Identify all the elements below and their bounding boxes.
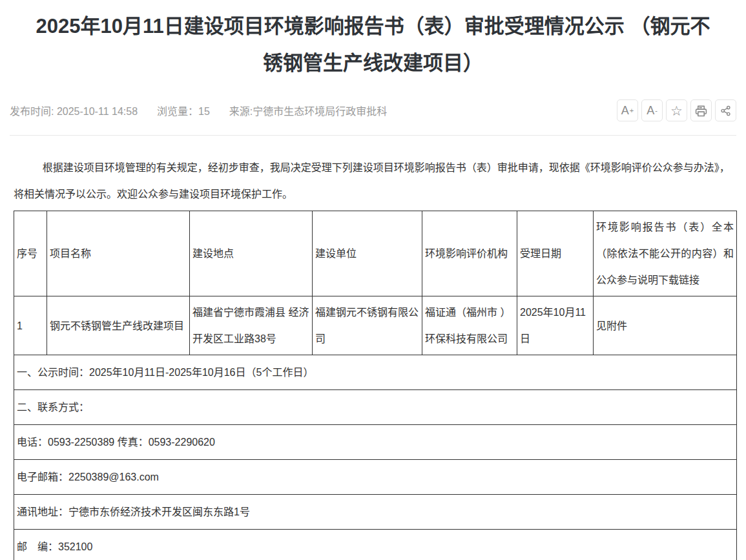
header-accept-date: 受理日期 bbox=[517, 211, 594, 296]
page-title: 2025年10月11日建设项目环境影响报告书（表）审批受理情况公示 （钢元不锈钢… bbox=[10, 0, 736, 81]
font-increase-button[interactable]: A+ bbox=[617, 99, 638, 121]
cell-attachment: 见附件 bbox=[594, 296, 737, 355]
publish-time: 发布时间: 2025-10-11 14:58 bbox=[10, 106, 138, 117]
header-project-name: 项目名称 bbox=[47, 211, 190, 296]
cell-seq: 1 bbox=[14, 296, 47, 355]
favorite-button[interactable]: ☆ bbox=[666, 99, 687, 121]
cell-eia-agency: 福证通（福州市 ）环保科技有限公司 bbox=[422, 296, 517, 355]
font-decrease-icon: A bbox=[647, 105, 654, 116]
print-button[interactable] bbox=[690, 99, 712, 121]
announcement-page: 2025年10月11日建设项目环境影响报告书（表）审批受理情况公示 （钢元不锈钢… bbox=[0, 0, 746, 560]
article-meta: 发布时间: 2025-10-11 14:58浏览量：15来源:宁德市生态环境局行… bbox=[10, 103, 406, 118]
header-download-link: 环境影响报告书（表）全本（除依法不能公开的内容）和公众参与说明下载链接 bbox=[594, 211, 737, 296]
source-label: 来源:宁德市生态环境局行政审批科 bbox=[229, 106, 387, 117]
view-count: 浏览量：15 bbox=[157, 106, 210, 117]
public-period-text: 一、公示时间：2025年10月11日-2025年10月16日（5个工作日） bbox=[14, 355, 737, 390]
address-text: 通讯地址：宁德市东侨经济技术开发区闽东东路1号 bbox=[14, 495, 737, 530]
star-icon: ☆ bbox=[670, 104, 683, 118]
printer-icon bbox=[695, 105, 707, 117]
share-button[interactable] bbox=[715, 99, 736, 121]
article-toolbar: A+ A- ☆ bbox=[617, 99, 736, 121]
phone-fax-text: 电话：0593-2250389 传真：0593-2290620 bbox=[14, 425, 737, 460]
cell-location: 福建省宁德市霞浦县 经济开发区工业路38号 bbox=[190, 296, 313, 355]
table-header-row: 序号 项目名称 建设地点 建设单位 环境影响评价机构 受理日期 环境影响报告书（… bbox=[14, 211, 737, 296]
font-decrease-button[interactable]: A- bbox=[641, 99, 663, 121]
cell-accept-date: 2025年10月11日 bbox=[517, 296, 594, 355]
header-location: 建设地点 bbox=[190, 211, 313, 296]
meta-row: 发布时间: 2025-10-11 14:58浏览量：15来源:宁德市生态环境局行… bbox=[10, 99, 736, 121]
header-seq: 序号 bbox=[14, 211, 47, 296]
share-icon bbox=[720, 105, 731, 116]
cell-builder: 福建钢元不锈钢有限公司 bbox=[313, 296, 422, 355]
acceptance-table: 序号 项目名称 建设地点 建设单位 环境影响评价机构 受理日期 环境影响报告书（… bbox=[14, 211, 737, 560]
email-text: 电子邮箱：2250389@163.com bbox=[14, 460, 737, 495]
cell-project-name: 钢元不锈钢管生产线改建项目 bbox=[47, 296, 190, 355]
note-row-phone-fax: 电话：0593-2250389 传真：0593-2290620 bbox=[14, 425, 737, 460]
contact-heading-text: 二、联系方式： bbox=[14, 390, 737, 425]
note-row-public-period: 一、公示时间：2025年10月11日-2025年10月16日（5个工作日） bbox=[14, 355, 737, 390]
font-increase-icon: A bbox=[621, 105, 629, 116]
note-row-postcode: 邮 编：352100 bbox=[14, 530, 737, 560]
table-row: 1 钢元不锈钢管生产线改建项目 福建省宁德市霞浦县 经济开发区工业路38号 福建… bbox=[14, 296, 737, 355]
note-row-contact-heading: 二、联系方式： bbox=[14, 390, 737, 425]
divider bbox=[10, 135, 736, 136]
note-row-email: 电子邮箱：2250389@163.com bbox=[14, 460, 737, 495]
header-builder: 建设单位 bbox=[313, 211, 422, 296]
header-eia-agency: 环境影响评价机构 bbox=[422, 211, 517, 296]
postcode-text: 邮 编：352100 bbox=[14, 530, 737, 560]
note-row-address: 通讯地址：宁德市东侨经济技术开发区闽东东路1号 bbox=[14, 495, 737, 530]
intro-paragraph: 根据建设项目环境管理的有关规定，经初步审查，我局决定受理下列建设项目环境影响报告… bbox=[14, 154, 732, 207]
